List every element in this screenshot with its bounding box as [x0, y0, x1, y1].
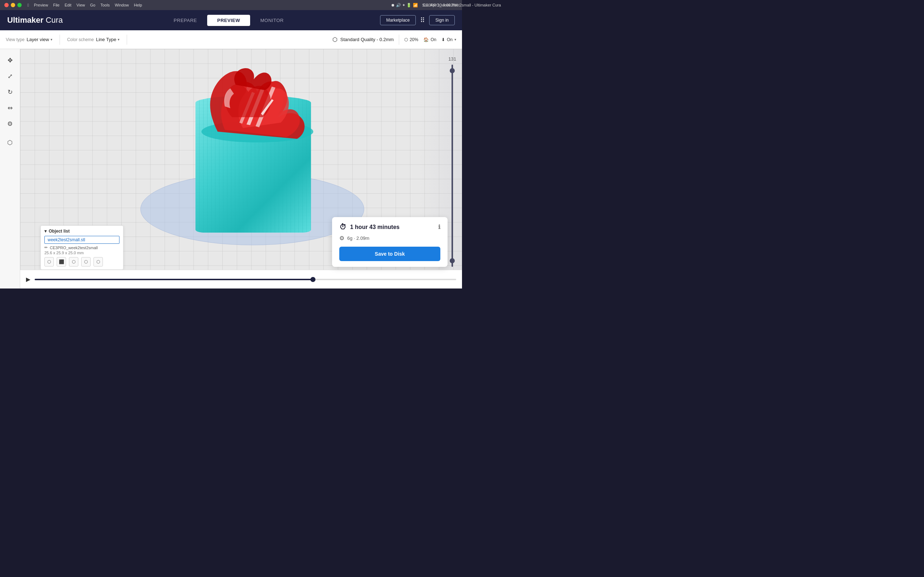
obj-icon-4[interactable]: ⬡	[81, 257, 90, 266]
object-list-sub: ✏ CE3PRO_week2test2small	[44, 245, 120, 250]
infill-value: 20%	[410, 37, 418, 42]
playback-thumb[interactable]	[310, 277, 315, 282]
object-list-collapse-icon: ▾	[44, 229, 47, 234]
tab-prepare[interactable]: PREPARE	[163, 15, 207, 26]
color-scheme-chevron: ▾	[118, 37, 120, 42]
view-type-chevron: ▾	[50, 37, 52, 42]
quality-icon: ⬡	[333, 36, 338, 43]
infill-icon: ⬡	[404, 37, 408, 42]
model-top-red	[189, 52, 326, 142]
titlebar:  Preview File Edit View Go Tools Window…	[0, 0, 462, 10]
toolbar-divider-3	[399, 35, 399, 45]
print-time: ⏱ 1 hour 43 minutes ℹ	[339, 223, 440, 231]
view-type-label: View type	[6, 37, 24, 42]
marketplace-button[interactable]: Marketplace	[380, 15, 416, 25]
obj-icon-2[interactable]: ⬛	[57, 257, 66, 266]
print-material: ⚙ 6g · 2.09m	[339, 235, 440, 242]
minimize-button[interactable]	[11, 3, 15, 7]
nav-tabs: PREPARE PREVIEW MONITOR	[77, 15, 380, 26]
tool-scale[interactable]: ⤢	[3, 69, 17, 83]
obj-icon-5[interactable]: ⬡	[94, 257, 103, 266]
playback-track[interactable]	[35, 279, 456, 280]
menu-view[interactable]: View	[76, 3, 85, 7]
titlebar-menu:  Preview File Edit View Go Tools Window…	[27, 3, 142, 7]
material-icon: ⚙	[339, 235, 344, 242]
view-type-value[interactable]: Layer view ▾	[27, 37, 52, 42]
obj-icon-3[interactable]: ⬡	[69, 257, 78, 266]
object-list-title: Object list	[49, 229, 69, 234]
close-button[interactable]	[4, 3, 9, 7]
support-toggle[interactable]: 🏠 On	[423, 37, 436, 42]
clock-icon: ⏱	[339, 223, 347, 231]
tool-permodel[interactable]: ⚙	[3, 117, 17, 131]
toolbar: View type Layer view ▾ Color scheme Line…	[0, 30, 462, 49]
window-title: CE3PRO_week2test2small - Ultimaker Cura	[423, 3, 462, 7]
adhesion-value: On	[447, 37, 452, 42]
view-type-selector[interactable]: View type Layer view ▾	[6, 37, 52, 42]
tool-mirror[interactable]: ⇔	[3, 101, 17, 115]
object-dimensions: 25.6 x 25.9 x 25.0 mm	[44, 251, 120, 255]
system-icons: ⏺ 🔊 ✦ 🔋 📶	[391, 3, 418, 8]
main-area: ✥ ⤢ ↻ ⇔ ⚙ ⬡	[0, 49, 462, 288]
left-sidebar: ✥ ⤢ ↻ ⇔ ⚙ ⬡	[0, 49, 20, 288]
tool-rotate[interactable]: ↻	[3, 85, 17, 99]
edit-icon: ✏	[44, 245, 48, 250]
playback-progress	[35, 279, 313, 280]
maximize-button[interactable]	[17, 3, 22, 7]
quality-selector[interactable]: ⬡ Standard Quality - 0.2mm	[333, 36, 394, 43]
apps-icon[interactable]: ⠿	[420, 16, 425, 24]
object-list-file[interactable]: week2test2small.stl	[44, 236, 120, 244]
adhesion-toggle[interactable]: ⬇ On ▾	[441, 37, 456, 42]
object-name: CE3PRO_week2test2small	[50, 246, 98, 250]
signin-button[interactable]: Sign in	[429, 15, 455, 25]
toolbar-divider-2	[127, 35, 127, 45]
color-scheme-value[interactable]: Line Type ▾	[96, 37, 120, 42]
color-scheme-label: Color scheme	[67, 37, 94, 42]
object-list-header[interactable]: ▾ Object list	[44, 229, 120, 234]
tab-preview[interactable]: PREVIEW	[207, 15, 250, 26]
toolbar-right: ⬡ Standard Quality - 0.2mm ⬡ 20% 🏠 On ⬇ …	[333, 35, 456, 45]
support-value: On	[431, 37, 436, 42]
menu-help[interactable]: Help	[134, 3, 142, 7]
header-right: Marketplace ⠿ Sign in	[380, 15, 455, 25]
object-list-icons: ⬡ ⬛ ⬡ ⬡ ⬡	[44, 257, 120, 266]
app-header: Ultimaker Cura PREPARE PREVIEW MONITOR M…	[0, 10, 462, 30]
obj-icon-1[interactable]: ⬡	[44, 257, 54, 266]
layer-slider[interactable]: 131	[448, 56, 456, 267]
print-time-value: 1 hour 43 minutes	[350, 224, 399, 230]
menu-tools[interactable]: Tools	[100, 3, 110, 7]
menu-edit[interactable]: Edit	[65, 3, 71, 7]
app-logo: Ultimaker Cura	[7, 16, 63, 25]
layer-number: 131	[448, 56, 456, 62]
layer-slider-top-thumb[interactable]	[450, 68, 455, 73]
settings-chevron: ▾	[454, 37, 456, 42]
menu-file[interactable]: File	[53, 3, 60, 7]
3d-model	[178, 81, 329, 233]
menu-apple[interactable]: 	[27, 3, 29, 7]
layer-slider-track[interactable]	[452, 64, 453, 267]
menu-go[interactable]: Go	[90, 3, 96, 7]
viewport[interactable]: 131 ▾ Object list week2test2small.stl ✏ …	[20, 49, 462, 288]
adhesion-icon: ⬇	[441, 37, 445, 42]
menu-window[interactable]: Window	[115, 3, 129, 7]
play-button[interactable]: ▶	[26, 276, 30, 283]
tab-monitor[interactable]: MONITOR	[250, 15, 294, 26]
info-icon[interactable]: ℹ	[438, 224, 440, 230]
color-scheme-selector[interactable]: Color scheme Line Type ▾	[67, 37, 120, 42]
menu-preview[interactable]: Preview	[34, 3, 48, 7]
toolbar-divider-1	[60, 35, 60, 45]
infill-toggle[interactable]: ⬡ 20%	[404, 37, 418, 42]
object-list-panel: ▾ Object list week2test2small.stl ✏ CE3P…	[40, 226, 123, 270]
tool-move[interactable]: ✥	[3, 53, 17, 67]
traffic-lights	[4, 3, 22, 7]
print-info-panel: ⏱ 1 hour 43 minutes ℹ ⚙ 6g · 2.09m Save …	[332, 217, 447, 267]
support-icon: 🏠	[423, 37, 429, 42]
playback-bar: ▶	[20, 270, 462, 288]
material-value: 6g · 2.09m	[347, 235, 369, 241]
tool-support[interactable]: ⬡	[3, 135, 17, 149]
layer-slider-bottom-thumb[interactable]	[450, 258, 455, 263]
save-to-disk-button[interactable]: Save to Disk	[339, 247, 440, 261]
quality-value: Standard Quality - 0.2mm	[340, 37, 394, 42]
